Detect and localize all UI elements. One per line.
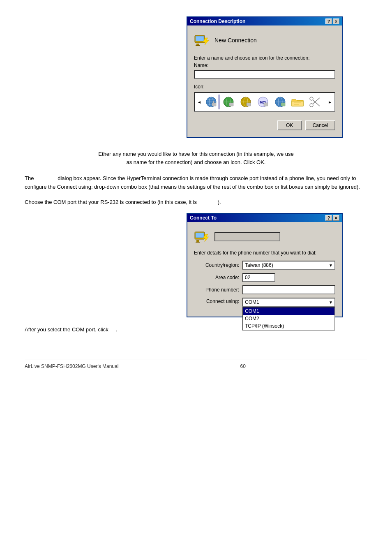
svg-rect-1 <box>196 36 204 41</box>
country-field: Taiwan (886) ▼ <box>242 261 335 270</box>
connection-description-dialog: Connection Description ? × New Connectio… <box>187 16 343 138</box>
close-button-conn-desc[interactable]: × <box>333 18 339 24</box>
icon-item-folder[interactable] <box>290 95 305 109</box>
country-select[interactable]: Taiwan (886) ▼ <box>242 261 335 270</box>
icon-item-scissors[interactable] <box>307 95 322 109</box>
connect-using-value: COM1 <box>245 299 259 305</box>
scroll-right-arrow[interactable]: ► <box>327 99 333 105</box>
country-label: Country/region: <box>194 262 239 268</box>
icon-item-2[interactable] <box>221 95 236 109</box>
connect-using-field: COM1 ▼ COM1 COM2 TCP/IP (Winsock) <box>242 298 335 307</box>
svg-rect-11 <box>213 101 214 103</box>
svg-rect-35 <box>196 233 204 238</box>
svg-rect-22 <box>264 103 268 106</box>
icon-item-mci[interactable]: MCI <box>256 95 270 109</box>
paragraph-2-prefix: The <box>25 175 34 181</box>
area-code-input[interactable] <box>242 273 275 282</box>
paragraph-2-middle: dialog box appear. Since the HyperTermin… <box>25 175 360 190</box>
icon-item-1[interactable] <box>204 95 219 109</box>
cancel-button-conn-desc[interactable]: Cancel <box>305 120 335 130</box>
connect-using-row: Connect using: COM1 ▼ COM1 COM2 TCP/IP (… <box>194 298 335 307</box>
dropdown-tcpip[interactable]: TCP/IP (Winsock) <box>243 322 334 330</box>
connect-to-dialog: Connect To ? × Enter details for the pho… <box>187 213 343 317</box>
phone-connection-icon <box>194 32 210 49</box>
dropdown-com2[interactable]: COM2 <box>243 315 334 322</box>
dialog-title-connect-to: Connect To <box>190 215 217 221</box>
connect-using-dropdown-arrow: ▼ <box>329 300 333 305</box>
close-button-connect-to[interactable]: × <box>333 215 339 221</box>
help-button-connect-to[interactable]: ? <box>325 215 332 221</box>
page-content: Connection Description ? × New Connectio… <box>25 16 367 369</box>
paragraph-2: The dialog box appear. Since the HyperTe… <box>25 174 367 192</box>
page-footer: AirLive SNMP-FSH2602MG User's Manual 60 <box>25 359 367 369</box>
page-number: 60 <box>118 363 367 369</box>
dialog-titlebar-conn-desc: Connection Description ? × <box>187 17 342 25</box>
country-region-row: Country/region: Taiwan (886) ▼ <box>194 261 335 270</box>
phone-number-label: Phone number: <box>194 287 239 293</box>
dialog-body-connect-to: Enter details for the phone number that … <box>187 222 342 317</box>
svg-rect-27 <box>292 101 303 106</box>
paragraph-1-line1: Ether any name you would like to have fo… <box>25 150 367 158</box>
paragraph-3-suffix: ). <box>218 199 221 205</box>
area-code-row: Area code: <box>194 273 335 282</box>
icon-row-scroll: MCI <box>204 95 325 109</box>
paragraph-4-suffix: . <box>116 326 118 333</box>
country-dropdown-arrow: ▼ <box>329 263 333 268</box>
icon-item-3[interactable] <box>238 95 253 109</box>
dialog-title-conn-desc: Connection Description <box>190 18 245 24</box>
svg-point-30 <box>310 104 313 107</box>
new-connection-header: New Connection <box>194 32 335 49</box>
area-code-field <box>242 273 275 282</box>
help-button-conn-desc[interactable]: ? <box>325 18 332 24</box>
connect-using-dropdown: COM1 COM2 TCP/IP (Winsock) <box>242 307 335 331</box>
instruction-label: Enter a name and choose an icon for the … <box>194 55 335 61</box>
connect-using-select[interactable]: COM1 ▼ <box>242 298 335 307</box>
svg-rect-3 <box>196 45 200 46</box>
icon-item-5[interactable] <box>273 95 288 109</box>
ok-button-conn-desc[interactable]: OK <box>277 120 302 130</box>
phone-number-row: Phone number: <box>194 285 335 294</box>
paragraph-4-text: After you select the COM port, click <box>25 326 108 333</box>
svg-rect-26 <box>281 103 285 106</box>
svg-rect-19 <box>247 103 251 106</box>
country-select-value: Taiwan (886) <box>245 262 273 268</box>
paragraph-3-text: Choose the COM port that your RS-232 is … <box>25 199 197 205</box>
svg-rect-2 <box>196 44 199 45</box>
phone-number-input[interactable] <box>242 285 335 294</box>
dialog-body-conn-desc: New Connection Enter a name and choose a… <box>187 25 342 137</box>
paragraph-1: Ether any name you would like to have fo… <box>25 150 367 166</box>
icon-row-container: ◄ <box>194 92 335 112</box>
new-connection-label: New Connection <box>214 37 257 44</box>
paragraph-1-line2: as name for the connection) and choose a… <box>25 158 367 166</box>
brand-label: AirLive SNMP-FSH2602MG User's Manual <box>25 363 118 369</box>
connect-to-header <box>194 229 335 245</box>
dropdown-com1[interactable]: COM1 <box>243 308 334 315</box>
scroll-left-arrow[interactable]: ◄ <box>196 99 202 105</box>
connect-using-label: Connect using: <box>194 298 239 304</box>
phone-number-field <box>242 285 335 294</box>
titlebar-buttons: ? × <box>325 18 339 24</box>
titlebar-buttons-connect-to: ? × <box>325 215 339 221</box>
dialog-titlebar-connect-to: Connect To ? × <box>187 214 342 222</box>
dialog-footer-conn-desc: OK Cancel <box>194 117 335 130</box>
svg-rect-36 <box>196 240 199 242</box>
area-code-label: Area code: <box>194 275 239 280</box>
icon-section-label: Icon: <box>194 84 335 90</box>
connect-to-phone-icon <box>194 229 210 245</box>
connect-to-instruction: Enter details for the phone number that … <box>194 250 335 256</box>
svg-rect-15 <box>229 103 233 106</box>
name-label: Name: <box>194 62 335 68</box>
name-input[interactable] <box>194 70 335 79</box>
svg-point-31 <box>310 97 313 100</box>
svg-rect-37 <box>196 242 200 243</box>
paragraph-3: Choose the COM port that your RS-232 is … <box>25 198 367 207</box>
connection-name-display <box>214 232 280 241</box>
